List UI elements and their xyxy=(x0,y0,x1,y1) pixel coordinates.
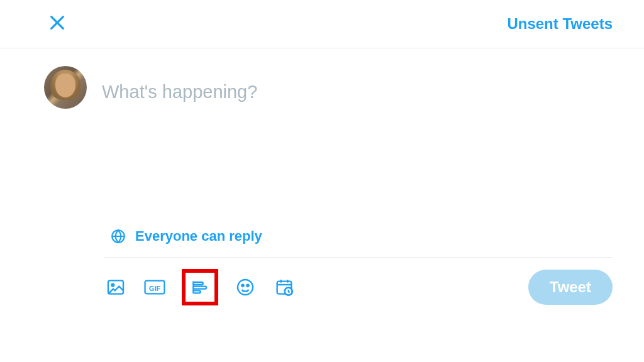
toolbar-icons: GIF xyxy=(104,269,296,305)
schedule-button[interactable] xyxy=(272,275,296,299)
gif-button[interactable]: GIF xyxy=(143,275,167,299)
schedule-icon xyxy=(274,277,294,297)
media-button[interactable] xyxy=(104,275,128,299)
reply-settings-button[interactable]: Everyone can reply xyxy=(0,228,644,244)
svg-text:GIF: GIF xyxy=(149,285,161,292)
poll-icon xyxy=(190,277,210,297)
svg-point-10 xyxy=(247,285,248,287)
tweet-button[interactable]: Tweet xyxy=(528,270,613,305)
svg-point-8 xyxy=(238,280,253,295)
gif-icon: GIF xyxy=(143,277,166,297)
avatar[interactable] xyxy=(44,66,87,109)
close-button[interactable] xyxy=(47,13,67,35)
emoji-button[interactable] xyxy=(233,275,257,299)
svg-point-9 xyxy=(242,285,243,287)
close-icon xyxy=(47,13,67,33)
compose-area xyxy=(0,48,644,109)
svg-point-4 xyxy=(111,284,114,287)
media-icon xyxy=(106,277,126,297)
unsent-tweets-link[interactable]: Unsent Tweets xyxy=(507,15,613,33)
composer-toolbar: GIF xyxy=(0,258,644,305)
globe-icon xyxy=(110,228,126,244)
emoji-icon xyxy=(235,277,255,297)
poll-button[interactable] xyxy=(189,277,211,298)
composer-header: Unsent Tweets xyxy=(0,0,644,48)
tweet-text-input[interactable] xyxy=(102,66,613,109)
poll-highlight-annotation xyxy=(182,269,218,305)
reply-settings-label: Everyone can reply xyxy=(135,228,262,244)
